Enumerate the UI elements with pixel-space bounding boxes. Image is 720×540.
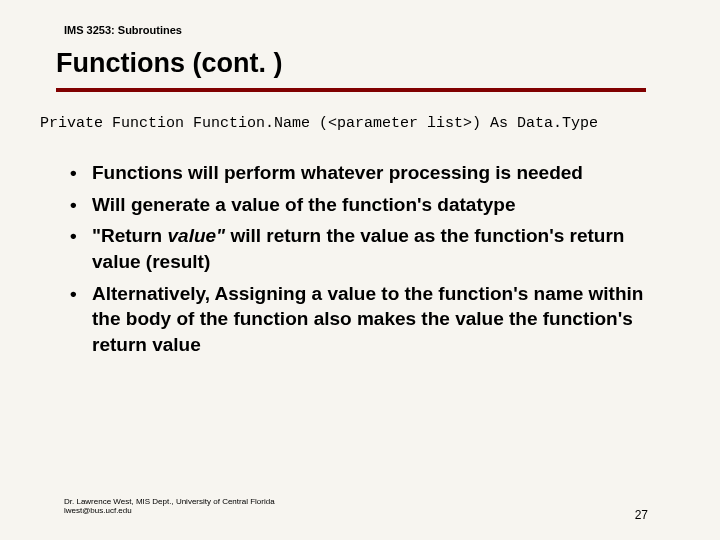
slide-title: Functions (cont. ) <box>56 48 282 79</box>
code-signature: Private Function Function.Name (<paramet… <box>40 115 700 132</box>
bullet-emphasis: value" <box>168 225 226 246</box>
course-header: IMS 3253: Subroutines <box>64 24 182 36</box>
page-number: 27 <box>635 508 648 522</box>
title-underline <box>56 88 646 92</box>
bullet-text: Will generate a value of the function's … <box>92 194 515 215</box>
bullet-prefix: "Return <box>92 225 168 246</box>
list-item: "Return value" will return the value as … <box>70 223 660 274</box>
footer-attribution: Dr. Lawrence West, MIS Dept., University… <box>64 497 275 516</box>
bullet-list: Functions will perform whatever processi… <box>70 160 660 363</box>
list-item: Will generate a value of the function's … <box>70 192 660 218</box>
list-item: Functions will perform whatever processi… <box>70 160 660 186</box>
bullet-text: Functions will perform whatever processi… <box>92 162 583 183</box>
bullet-text: Alternatively, Assigning a value to the … <box>92 283 643 355</box>
footer-line-1: Dr. Lawrence West, MIS Dept., University… <box>64 497 275 507</box>
list-item: Alternatively, Assigning a value to the … <box>70 281 660 358</box>
footer-line-2: lwest@bus.ucf.edu <box>64 506 275 516</box>
